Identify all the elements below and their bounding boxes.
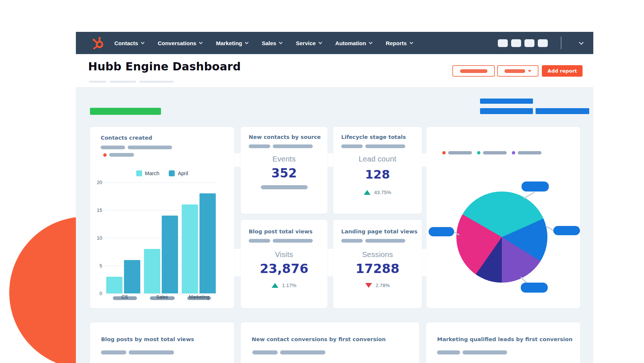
card-title: New contact conversions by first convers… [252,336,386,342]
nav-right [498,37,587,49]
add-report-button[interactable]: Add report [542,65,583,77]
placeholder-pill [341,144,363,148]
placeholder-pills [437,350,507,354]
placeholder-pills [249,144,313,148]
triangle-icon [364,190,370,195]
button-label-placeholder [460,69,487,73]
placeholder-bar [139,81,174,83]
card-title: New contacts by source [249,134,321,140]
metric-value: 23,876 [241,261,328,276]
bar-chart-legend: MarchApril [90,170,234,176]
card-title: Blog post total views [249,229,312,234]
toolbar-placeholder-blue[interactable] [480,99,533,104]
filter-placeholder-green[interactable] [90,108,161,115]
bar-march-sales [144,249,160,293]
chevron-down-icon [409,40,413,44]
placeholder-pills [249,239,313,243]
header-dropdown-button[interactable] [497,65,539,77]
nav-item-reports[interactable]: Reports [386,40,413,46]
pie-callout-label [521,182,549,192]
chevron-down-icon [318,40,322,44]
placeholder-pill [341,239,363,243]
nav-icon-placeholder[interactable] [538,39,548,47]
gridline [105,210,215,210]
placeholder-pill [280,350,325,354]
legend-swatch [169,170,175,176]
gridline [105,182,215,183]
chevron-down-icon [199,40,203,44]
metric-value: 17288 [333,261,422,276]
card-marketing-qualified-leads: Marketing qualified leads by first conve… [426,322,580,363]
nav-item-contacts[interactable]: Contacts [114,40,144,46]
card-pie-chart [426,127,580,308]
category-marketing: Marketing [187,294,211,301]
triangle-icon [365,283,372,288]
nav-item-label: Marketing [216,40,242,46]
toolbar-placeholder-blue[interactable] [536,108,589,114]
category-cs: CS [113,294,137,301]
y-axis-label: 10 [97,235,102,241]
card-title: Blog posts by most total views [101,336,194,342]
placeholder-pills [103,153,134,157]
nav-item-sales[interactable]: Sales [262,40,282,46]
card-title: Lifecycle stage totals [341,134,406,140]
bar-march-marketing [182,204,198,293]
card-blog-posts-by-most-total-views: Blog posts by most total views [90,322,234,363]
nav-item-automation[interactable]: Automation [335,40,372,46]
card-landing-page-total-views: Landing page total views Sessions 17288 … [333,220,422,308]
metric-label: Lead count [333,155,422,163]
delta-value: 43.75% [374,190,391,195]
metric-label: Events [241,155,328,163]
hubspot-logo-icon[interactable] [90,37,105,49]
nav-item-service[interactable]: Service [296,40,321,46]
gridline [105,293,215,294]
nav-menu: ContactsConversationsMarketingSalesServi… [114,40,413,46]
page-header: Hubb Engine Dashboard Add report [76,54,593,88]
toolbar-placeholder-blue[interactable] [480,108,533,114]
placeholder-pill [101,146,125,149]
placeholder-pill [365,144,405,148]
account-chevron-down-icon[interactable] [579,40,584,45]
dashboard-content: Contacts created MarchApril 05101520 CSS… [76,88,593,363]
top-nav: ContactsConversationsMarketingSalesServi… [76,32,593,54]
chevron-down-icon [279,40,283,44]
category-label: Sales [150,294,175,300]
category-label: CS [113,294,137,300]
placeholder-pill [128,146,172,149]
delta-indicator: 1.17% [241,283,328,288]
bar-april-sales [162,216,178,293]
nav-item-label: Conversations [158,40,196,46]
nav-icon-placeholder[interactable] [511,39,521,47]
delta-value: 2.78% [376,283,390,288]
y-axis-label: 0 [100,291,102,296]
nav-item-marketing[interactable]: Marketing [216,40,248,46]
category-sales: Sales [150,294,175,301]
card-new-contact-conversions: New contact conversions by first convers… [241,322,419,363]
placeholder-pill [249,144,270,148]
metric-label: Sessions [333,250,422,259]
metric-label: Visits [241,250,328,259]
gridline [105,238,215,238]
bar-april-marketing [199,193,216,293]
card-title: Contacts created [101,135,152,141]
pie-callout-connectors [426,127,580,308]
legend-entry-march: March [136,170,160,176]
placeholder-pill [273,239,313,243]
placeholder-pill [109,153,134,157]
nav-item-label: Reports [386,40,407,46]
placeholder-pills [341,239,405,243]
chevron-down-icon [141,40,145,44]
card-title: Marketing qualified leads by first conve… [437,336,573,342]
nav-icon-placeholder[interactable] [498,39,508,47]
delta-indicator: 43.75% [333,190,422,195]
header-action-button-1[interactable] [452,65,495,77]
bar-april-cs [124,260,140,293]
bar-chart-plot: 05101520 [105,182,215,293]
card-lifecycle-stage-totals: Lifecycle stage totals Lead count 128 43… [333,127,422,214]
nav-divider [561,37,561,49]
screen: ContactsConversationsMarketingSalesServi… [0,0,644,363]
delta-value: 1.17% [282,283,296,288]
nav-item-conversations[interactable]: Conversations [158,40,202,46]
gridline [105,266,215,266]
nav-icon-placeholder[interactable] [524,39,534,47]
